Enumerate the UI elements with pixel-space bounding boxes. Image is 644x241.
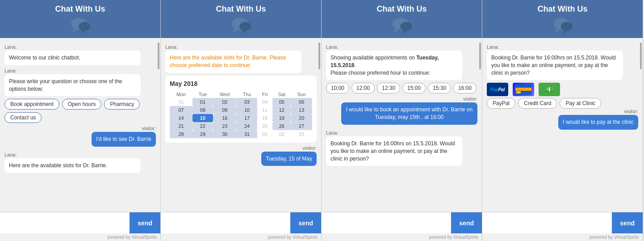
- contact-us-button[interactable]: Contact us: [4, 112, 42, 123]
- svg-point-2: [79, 22, 90, 31]
- cal-day-20[interactable]: 20: [291, 114, 312, 122]
- cal-day-15[interactable]: 15: [192, 114, 213, 122]
- send-button-4[interactable]: send: [612, 212, 643, 233]
- cal-day-11: 11: [257, 106, 272, 114]
- cal-day-23[interactable]: 23: [213, 122, 237, 130]
- header-title-3: Chat With Us: [377, 4, 427, 14]
- svg-point-10: [400, 22, 412, 31]
- cal-day-30[interactable]: 30: [213, 130, 237, 138]
- chat-header-1: Chat With Us: [0, 0, 160, 38]
- time-1530[interactable]: 15:30: [428, 83, 451, 93]
- send-button-2[interactable]: send: [290, 212, 321, 233]
- welcome-message: Welcome to our clinic chatbot.: [4, 51, 141, 65]
- cal-day-02[interactable]: 02: [213, 98, 237, 106]
- chat-input-1[interactable]: [0, 212, 130, 233]
- cal-day-09[interactable]: 09: [213, 106, 237, 114]
- booking-message-4: Booking Dr. Barrie for 16:00hrs on 15.5.…: [487, 51, 623, 80]
- cal-day-03[interactable]: 03: [237, 98, 257, 106]
- chat-messages-1: Lana: Welcome to our clinic chatbot. Lan…: [0, 38, 160, 212]
- cal-header-thu: Thu: [237, 91, 257, 98]
- time-1500[interactable]: 15:00: [402, 83, 426, 93]
- cal-header-sun: Sun: [291, 91, 312, 98]
- cal-day-07[interactable]: 07: [170, 106, 192, 114]
- chat-header-4: Chat With Us: [482, 0, 643, 38]
- cal-day-05[interactable]: 05: [272, 98, 291, 106]
- send-button-3[interactable]: send: [451, 212, 482, 233]
- svg-point-14: [561, 22, 573, 31]
- time-1230[interactable]: 12:30: [377, 83, 400, 93]
- cal-day-25: 25: [257, 122, 272, 130]
- showing-message: Showing available appointments on Tuesda…: [326, 51, 462, 80]
- pharmacy-button[interactable]: Pharmacy: [104, 99, 140, 110]
- cash-icon: 💵: [539, 83, 560, 96]
- calendar-month: May 2018: [170, 80, 312, 87]
- time-slots: 10:00 12:00 12:30 15:00 15:30 16:00: [326, 83, 477, 93]
- cal-day-28[interactable]: 28: [170, 130, 192, 138]
- cal-day-01[interactable]: 01: [192, 98, 213, 106]
- cal-day-27[interactable]: 27: [291, 122, 312, 130]
- cal-day-29[interactable]: 29: [192, 130, 213, 138]
- chat-messages-2: Lana: Here are the available slots for D…: [161, 38, 321, 212]
- cal-day-17[interactable]: 17: [237, 114, 257, 122]
- chat-input-3[interactable]: [322, 212, 451, 233]
- input-area-4: send: [482, 212, 643, 233]
- cal-day-18: 18: [257, 114, 272, 122]
- lana-label-1b: Lana:: [4, 68, 156, 73]
- time-1600[interactable]: 16:00: [453, 83, 477, 93]
- visitor-message-2: Tuesday, 15 of May: [261, 152, 317, 166]
- cal-day-12[interactable]: 12: [272, 106, 291, 114]
- cal-day-10[interactable]: 10: [237, 106, 257, 114]
- chat-bubble-icon-1: [69, 17, 92, 34]
- visitor-label-2: visitor:: [165, 145, 317, 151]
- cal-day-24[interactable]: 24: [237, 122, 257, 130]
- send-button-1[interactable]: send: [130, 212, 160, 233]
- payment-icons: PayPal 💵: [487, 83, 638, 96]
- cal-day-31[interactable]: 31: [237, 130, 257, 138]
- time-1000[interactable]: 10:00: [326, 83, 349, 93]
- header-title-4: Chat With Us: [538, 4, 588, 14]
- cal-day-14[interactable]: 14: [170, 114, 192, 122]
- powered-by-4: powered by VirtualSpirits: [482, 233, 643, 241]
- chat-messages-3: Lana: Showing available appointments on …: [322, 38, 482, 212]
- chat-widget-2: Chat With Us Lana: Here are the availabl…: [161, 0, 322, 241]
- lana-label-1c: Lana:: [4, 152, 156, 157]
- header-title-1: Chat With Us: [55, 4, 105, 14]
- chat-widget-4: Chat With Us Lana: Booking Dr. Barrie fo…: [482, 0, 643, 241]
- cal-day-16[interactable]: 16: [213, 114, 237, 122]
- open-hours-button[interactable]: Open hours: [62, 99, 102, 110]
- cal-day-02: 02: [272, 130, 291, 138]
- booking-message-3: Booking Dr. Barrie for 16:00hrs on 15.5.…: [326, 136, 462, 166]
- chat-bubble-icon-3: [391, 17, 413, 34]
- visitor-message-3: I would like to book an appointment with…: [341, 102, 477, 125]
- lana-label-2a: Lana:: [165, 44, 317, 50]
- credit-card-button[interactable]: Credit Card: [518, 98, 557, 109]
- chat-input-2[interactable]: [161, 212, 290, 233]
- cal-day-04: 04: [257, 98, 272, 106]
- lana-label-3a: Lana:: [326, 44, 477, 50]
- cal-day-21[interactable]: 21: [170, 122, 192, 130]
- input-area-3: send: [322, 212, 482, 233]
- powered-by-2: powered by VirtualSpirits: [161, 233, 321, 241]
- svg-rect-18: [516, 91, 521, 93]
- lana-label-1a: Lana:: [4, 44, 156, 50]
- input-area-1: send: [0, 212, 160, 233]
- chat-input-4[interactable]: [482, 212, 612, 233]
- cal-day-22[interactable]: 22: [192, 122, 213, 130]
- paypal-button[interactable]: PayPal: [487, 98, 515, 109]
- cal-day-13[interactable]: 13: [291, 106, 312, 114]
- time-1200[interactable]: 12:00: [351, 83, 375, 93]
- visitor-label-3: visitor:: [326, 96, 477, 101]
- cal-header-mon: Mon: [170, 91, 192, 98]
- cal-day-03: 03: [291, 130, 312, 138]
- cal-day-31: 31: [170, 98, 192, 106]
- cal-day-06[interactable]: 06: [291, 98, 312, 106]
- calendar-table[interactable]: Mon Tue Wed Thu Fri Sat Sun 310102030405…: [170, 91, 312, 138]
- pay-at-clinic-button[interactable]: Pay at Clinic: [560, 98, 601, 109]
- cal-day-19[interactable]: 19: [272, 114, 291, 122]
- cal-day-26[interactable]: 26: [272, 122, 291, 130]
- book-appointment-button[interactable]: Book appointment: [4, 99, 59, 110]
- visitor-message-4: I would like to pay at the clinic: [558, 115, 638, 130]
- cal-day-08[interactable]: 08: [192, 106, 213, 114]
- calendar: May 2018 Mon Tue Wed Thu Fri Sat Sun 310…: [165, 76, 317, 143]
- chat-messages-4: Lana: Booking Dr. Barrie for 16:00hrs on…: [482, 38, 643, 212]
